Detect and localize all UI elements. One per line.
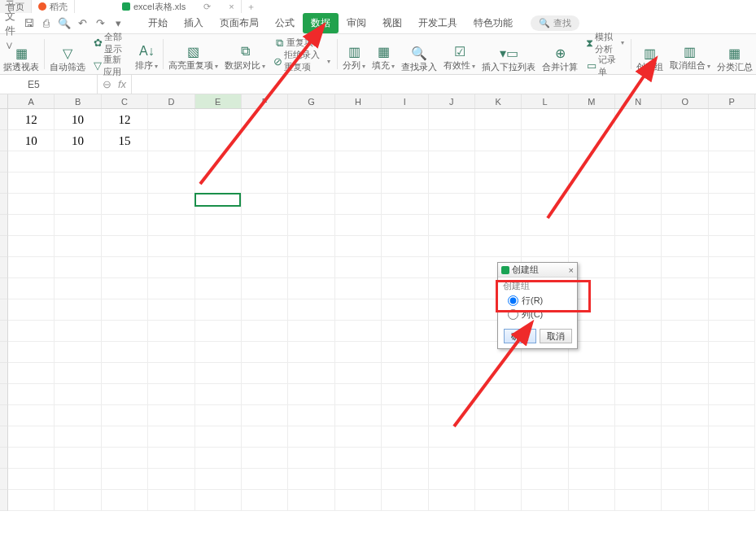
cell[interactable] bbox=[102, 215, 148, 236]
row-header[interactable] bbox=[0, 469, 8, 490]
btn-dup-opt[interactable]: ⧉重复项 ⊘拒绝录入重复项▾ bbox=[269, 34, 335, 74]
cell[interactable] bbox=[195, 299, 242, 321]
cell[interactable] bbox=[382, 405, 428, 426]
cell[interactable] bbox=[102, 278, 148, 299]
cell[interactable] bbox=[475, 194, 522, 215]
row-header[interactable] bbox=[0, 130, 8, 151]
formula-bar[interactable] bbox=[131, 75, 756, 94]
cell[interactable] bbox=[475, 109, 522, 130]
menu-kaifa[interactable]: 开发工具 bbox=[410, 13, 465, 33]
row-header[interactable] bbox=[0, 342, 8, 363]
cell[interactable] bbox=[8, 384, 55, 405]
cell[interactable] bbox=[382, 342, 428, 363]
cell[interactable] bbox=[569, 384, 615, 405]
cell[interactable] bbox=[55, 448, 101, 469]
cell[interactable] bbox=[709, 109, 755, 130]
cell[interactable] bbox=[288, 426, 334, 448]
cell[interactable] bbox=[55, 236, 101, 257]
cell[interactable] bbox=[148, 342, 194, 363]
cell[interactable] bbox=[475, 426, 522, 448]
cell[interactable] bbox=[195, 490, 242, 511]
cell[interactable] bbox=[288, 469, 334, 490]
cell[interactable] bbox=[195, 194, 242, 215]
cell[interactable] bbox=[55, 299, 101, 321]
cell[interactable] bbox=[102, 384, 148, 405]
col-header-M[interactable]: M bbox=[569, 94, 615, 108]
cell[interactable] bbox=[662, 173, 708, 194]
cell[interactable] bbox=[335, 426, 382, 448]
cell[interactable] bbox=[522, 173, 568, 194]
cell[interactable] bbox=[615, 490, 662, 511]
menu-charu[interactable]: 插入 bbox=[176, 13, 212, 33]
cell[interactable] bbox=[429, 151, 475, 173]
cell[interactable] bbox=[475, 405, 522, 426]
cell[interactable] bbox=[102, 321, 148, 342]
cell[interactable] bbox=[8, 469, 55, 490]
cell[interactable] bbox=[522, 130, 568, 151]
cell[interactable] bbox=[709, 469, 755, 490]
btn-data-compare[interactable]: ⧉数据对比▾ bbox=[221, 34, 269, 74]
cell[interactable] bbox=[522, 236, 568, 257]
cell[interactable] bbox=[195, 278, 242, 299]
cell[interactable] bbox=[615, 236, 662, 257]
row-header[interactable] bbox=[0, 173, 8, 194]
cell[interactable] bbox=[569, 194, 615, 215]
cell[interactable] bbox=[662, 151, 708, 173]
cell[interactable] bbox=[709, 173, 755, 194]
cell[interactable] bbox=[242, 173, 288, 194]
cancel-button[interactable]: 取消 bbox=[540, 329, 572, 343]
cell[interactable] bbox=[615, 130, 662, 151]
cell[interactable] bbox=[242, 299, 288, 321]
cell[interactable] bbox=[615, 448, 662, 469]
cell[interactable] bbox=[335, 490, 382, 511]
cell[interactable] bbox=[662, 194, 708, 215]
cell[interactable] bbox=[335, 257, 382, 278]
row-header[interactable] bbox=[0, 448, 8, 469]
cell[interactable] bbox=[662, 130, 708, 151]
cell[interactable] bbox=[148, 173, 194, 194]
option-row[interactable]: 行(R) bbox=[503, 294, 572, 308]
cell[interactable] bbox=[148, 363, 194, 384]
cell[interactable] bbox=[195, 173, 242, 194]
menu-shenyue[interactable]: 审阅 bbox=[339, 13, 374, 33]
cell[interactable] bbox=[429, 173, 475, 194]
cell[interactable] bbox=[335, 130, 382, 151]
cell[interactable] bbox=[242, 469, 288, 490]
app-tab-daoke[interactable]: 稻壳 bbox=[32, 0, 75, 13]
cell[interactable] bbox=[288, 384, 334, 405]
cell[interactable] bbox=[335, 173, 382, 194]
cell[interactable]: 10 bbox=[8, 130, 55, 151]
cell[interactable] bbox=[615, 363, 662, 384]
cell[interactable] bbox=[148, 321, 194, 342]
cell[interactable] bbox=[288, 405, 334, 426]
row-header[interactable] bbox=[0, 215, 8, 236]
menu-shuju[interactable]: 数据 bbox=[303, 13, 339, 33]
cell[interactable] bbox=[288, 215, 334, 236]
cell[interactable] bbox=[55, 363, 101, 384]
cell[interactable] bbox=[662, 469, 708, 490]
cell[interactable] bbox=[382, 130, 428, 151]
spreadsheet-grid[interactable]: ABCDEFGHIJKLMNOP 121012101015 创建组 × 创建组 … bbox=[0, 94, 756, 520]
row-header[interactable] bbox=[0, 151, 8, 173]
cell[interactable] bbox=[569, 130, 615, 151]
row-header[interactable] bbox=[0, 321, 8, 342]
cell[interactable] bbox=[242, 405, 288, 426]
cell[interactable]: 12 bbox=[102, 109, 148, 130]
cell[interactable] bbox=[429, 384, 475, 405]
btn-highlight-dup[interactable]: ▧高亮重复项▾ bbox=[165, 34, 221, 74]
cell[interactable] bbox=[195, 151, 242, 173]
cell[interactable] bbox=[148, 236, 194, 257]
cell[interactable] bbox=[55, 151, 101, 173]
cell[interactable] bbox=[335, 151, 382, 173]
cell[interactable] bbox=[429, 321, 475, 342]
cell[interactable] bbox=[242, 448, 288, 469]
btn-ungroup[interactable]: ▥取消组合▾ bbox=[666, 34, 714, 74]
cell[interactable] bbox=[382, 426, 428, 448]
cell[interactable] bbox=[55, 490, 101, 511]
cell[interactable] bbox=[335, 363, 382, 384]
cell[interactable] bbox=[195, 405, 242, 426]
cell[interactable] bbox=[569, 109, 615, 130]
cell[interactable] bbox=[382, 490, 428, 511]
cell[interactable] bbox=[8, 321, 55, 342]
cell[interactable] bbox=[55, 342, 101, 363]
